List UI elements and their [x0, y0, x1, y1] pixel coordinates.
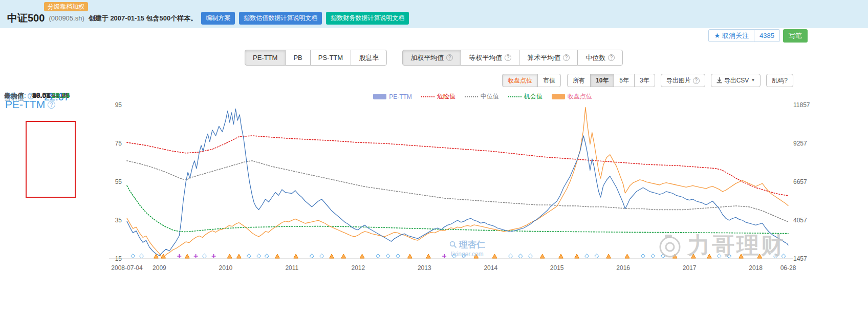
min-value-row: 最小值16.57: [4, 91, 50, 100]
index-name: 中证500: [7, 11, 45, 25]
tab-dividend-yield-label: 股息率: [359, 53, 379, 62]
title-row: 中证500 (000905.sh) 创建于 2007-01-15 包含500个样…: [7, 11, 409, 25]
help-icon: ?: [505, 54, 511, 61]
y-axis-left-tick: 15: [115, 255, 122, 262]
tab-pe-ttm-label: PE-TTM: [253, 53, 277, 62]
event-marker-diamond: [584, 254, 589, 259]
event-marker-diamond: [310, 254, 314, 259]
event-marker-triangle: [294, 254, 298, 258]
export-csv-label: 导出CSV: [724, 76, 749, 85]
event-marker-diamond: [518, 254, 523, 259]
tab-median[interactable]: 中位数?: [577, 50, 623, 66]
index-code: (000905.sh): [49, 14, 84, 22]
y-axis-right-tick: 1457: [793, 255, 807, 262]
toggle-close-price[interactable]: 收盘点位: [502, 74, 538, 87]
range-3y[interactable]: 3年: [634, 74, 655, 87]
event-marker-diamond: [509, 254, 513, 259]
event-marker-diamond: [131, 254, 135, 259]
min-value-label: 最小值: [4, 92, 24, 99]
lixinger-watermark-url: lixinger.com: [439, 251, 495, 258]
export-image-label: 导出图片: [666, 76, 691, 85]
event-marker-triangle: [227, 254, 232, 258]
finance-doc-button[interactable]: 指数财务数据计算说明文档: [326, 12, 409, 25]
download-icon: [717, 77, 722, 84]
event-marker-triangle: [275, 254, 279, 258]
event-marker-triangle: [540, 254, 545, 258]
export-csv-button[interactable]: 导出CSV ▼: [711, 74, 761, 87]
average-method-group: 加权平均值? 等权平均值? 算术平均值? 中位数?: [402, 50, 623, 66]
export-image-button[interactable]: 导出图片 ?: [661, 74, 705, 87]
event-marker-diamond: [247, 254, 251, 259]
camera-icon: [658, 234, 682, 258]
valuation-doc-button[interactable]: 指数估值数据计算说明文档: [239, 12, 322, 25]
event-marker-diamond: [528, 254, 532, 259]
write-note-button[interactable]: 写笔: [783, 29, 808, 43]
help-icon: ?: [446, 54, 453, 61]
follow-group: ★取消关注 4385: [708, 29, 780, 42]
tab-equal-weight-average-label: 等权平均值: [469, 53, 502, 62]
tab-arithmetic-average[interactable]: 算术平均值?: [519, 50, 578, 66]
series-机会值: [127, 186, 788, 234]
opportunity-value: 28.14: [52, 91, 70, 99]
event-marker-triangle: [407, 254, 412, 258]
y-axis-right-tick: 11857: [793, 101, 810, 109]
x-axis-tick: 2008-07-04: [111, 264, 143, 272]
event-marker-triangle: [161, 254, 166, 258]
event-marker-diamond: [202, 254, 206, 259]
y-axis-left-tick: 75: [115, 140, 122, 147]
star-icon: ★: [714, 32, 720, 39]
event-marker-plus: [177, 254, 181, 258]
garbled-button[interactable]: 乱码?: [766, 74, 793, 87]
legend-swatch: [421, 96, 435, 97]
event-marker-triangle: [606, 254, 611, 258]
x-axis-tick: 2009: [153, 264, 166, 272]
x-axis-tick: 2014: [484, 264, 497, 272]
unfollow-button[interactable]: ★取消关注: [708, 29, 754, 42]
y-axis-right-tick: 9257: [793, 140, 807, 147]
x-axis-tick: 2016: [616, 264, 630, 272]
tabs-row: PE-TTM PB PS-TTM 股息率 加权平均值? 等权平均值? 算术平均值…: [245, 50, 623, 66]
tab-pe-ttm[interactable]: PE-TTM: [245, 50, 286, 66]
tab-ps-ttm-label: PS-TTM: [318, 53, 343, 62]
x-axis-tick: 2012: [351, 264, 365, 272]
range-5y[interactable]: 5年: [614, 74, 635, 87]
legend-swatch: [552, 94, 565, 99]
compilation-plan-button[interactable]: 编制方案: [201, 12, 235, 25]
lixinger-valuation-page: 分级靠档加权 中证500 (000905.sh) 创建于 2007-01-15 …: [0, 0, 868, 312]
y-axis-right-tick: 4057: [793, 217, 807, 224]
chart-area: PE-TTM危险值中位值机会值收盘点位 15355575951457405766…: [97, 91, 868, 312]
event-marker-diamond: [595, 254, 599, 259]
range-all[interactable]: 所有: [567, 74, 591, 87]
tab-median-label: 中位数: [585, 53, 605, 62]
event-marker-triangle: [236, 254, 241, 258]
current-value-highlight-box: [26, 121, 76, 198]
range-10y[interactable]: 10年: [590, 74, 614, 87]
follow-count[interactable]: 4385: [754, 29, 780, 42]
controls-row: 收盘点位 市值 所有 10年 5年 3年 导出图片 ? 导出CSV ▼ 乱码?: [502, 74, 793, 87]
help-icon: ?: [693, 77, 700, 84]
tab-equal-weight-average[interactable]: 等权平均值?: [461, 50, 519, 66]
main-area: PE-TTM ? 当前值: 22.07 分位点:? 2.51% 危险值:? 47…: [0, 91, 868, 312]
event-marker-triangle: [575, 254, 579, 258]
ligelicai-watermark: 力哥理财: [658, 231, 786, 261]
header-bar: 分级靠档加权 中证500 (000905.sh) 创建于 2007-01-15 …: [0, 0, 868, 28]
tab-pb-label: PB: [293, 53, 302, 62]
event-marker-diamond: [651, 254, 655, 259]
event-marker-diamond: [139, 254, 143, 259]
range-group: 所有 10年 5年 3年: [567, 74, 655, 87]
event-marker-diamond: [376, 254, 380, 259]
price-mode-group: 收盘点位 市值: [502, 74, 561, 87]
tab-pb[interactable]: PB: [285, 50, 310, 66]
tab-dividend-yield[interactable]: 股息率: [351, 50, 387, 66]
tab-ps-ttm[interactable]: PS-TTM: [310, 50, 351, 66]
lixinger-watermark: 理杏仁 lixinger.com: [439, 239, 495, 258]
series-中位值: [127, 161, 788, 222]
legend-swatch: [465, 96, 478, 97]
event-marker-diamond: [320, 254, 324, 259]
ligelicai-watermark-text: 力哥理财: [687, 231, 786, 261]
min-value: 16.57: [32, 91, 50, 99]
tab-weighted-average[interactable]: 加权平均值?: [402, 50, 461, 66]
tab-arithmetic-average-label: 算术平均值: [527, 53, 560, 62]
toggle-market-cap[interactable]: 市值: [537, 74, 561, 87]
event-marker-triangle: [360, 254, 364, 258]
